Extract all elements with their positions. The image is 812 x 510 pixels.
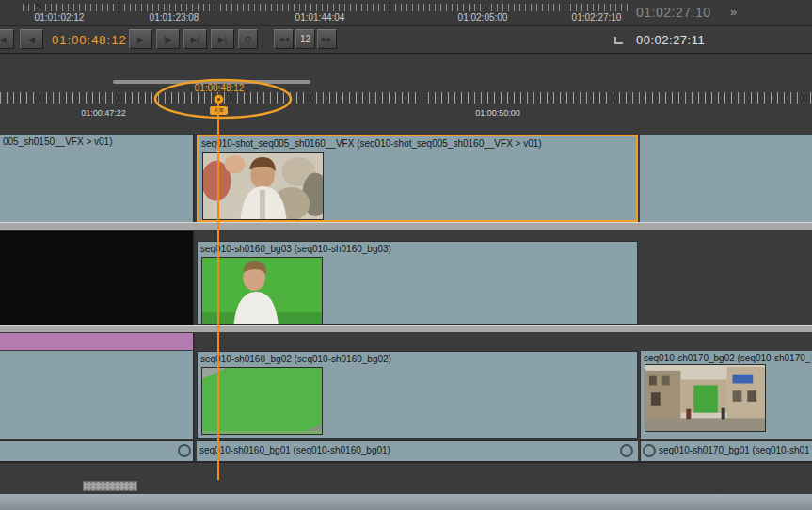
clip-v4-right[interactable]: seq010-sh0170_bg01 (seq010-sh0170_bg01) — [640, 440, 812, 461]
clip-v1-right[interactable] — [640, 135, 812, 222]
next-edit-button[interactable]: ▶| — [183, 29, 207, 49]
clip-label: seq010-shot_seq005_sh0160__VFX (seq010-s… — [201, 138, 635, 149]
chevron-right-icon[interactable]: » — [730, 5, 737, 19]
clip-label: seq010-sh0160_bg03 (seq010-sh0160_bg03) — [200, 244, 636, 254]
clip-v2[interactable]: seq010-sh0160_bg03 (seq010-sh0160_bg03) — [197, 241, 638, 325]
frame-count-field[interactable]: 12 — [295, 29, 315, 49]
clip-thumbnail-boy-crowd — [202, 152, 324, 220]
step-back-button[interactable]: ◀ — [20, 29, 43, 49]
motion-adapter-icon — [620, 444, 633, 457]
duration-timecode: 00:02:27:11 — [636, 33, 705, 47]
position-timecode[interactable]: 01:00:48:12 — [52, 33, 127, 47]
fast-forward-button[interactable]: ▶▶ — [317, 29, 337, 49]
sequence-ruler-ticks — [23, 4, 632, 11]
track-separator[interactable] — [0, 222, 812, 231]
clip-v3-right[interactable]: seq010-sh0170_bg02 (seq010-sh0170_bg02) — [640, 351, 812, 439]
timeline-bottom-divider — [0, 461, 812, 463]
sequence-ruler: ▪ ▪ 01:01:02:12 01:01:23:08 01:01:44:04 … — [0, 0, 812, 26]
timeline-ruler-ticks[interactable] — [0, 92, 812, 104]
edit-point-icon[interactable] — [614, 37, 623, 44]
clip-v1-selected[interactable]: seq010-shot_seq005_sh0160__VFX (seq010-s… — [197, 135, 638, 222]
ruler-label-right: 01:00:50:00 — [460, 108, 535, 118]
track-separator[interactable] — [0, 325, 812, 333]
sequence-end-timecode: 01:02:27:10 — [636, 5, 710, 20]
clip-v1-left[interactable]: 005_sh0150__VFX > v01) — [0, 135, 195, 222]
clip-v4[interactable]: seq010-sh0160_bg01 (seq010-sh0160_bg01) — [197, 440, 638, 461]
clip-label: seq010-sh0160_bg01 (seq010-sh0160_bg01) — [199, 445, 637, 455]
rewind-button[interactable]: ◀◀ — [274, 29, 294, 49]
clip-v3[interactable]: seq010-sh0160_bg02 (seq010-sh0160_bg02) — [197, 351, 638, 439]
motion-adapter-icon — [643, 444, 656, 457]
clip-label: seq010-sh0170_bg01 (seq010-sh0170_bg01) — [659, 445, 811, 455]
status-bar: Channel Count: 379 Localization Mode: Of… — [0, 494, 812, 510]
clip-thumbnail-greenscreen — [201, 367, 323, 435]
ruler-label-left: 01:00:47:22 — [66, 108, 141, 118]
clip-v4-left[interactable] — [0, 440, 195, 461]
playhead-line[interactable] — [217, 102, 219, 480]
motion-adapter-icon — [178, 444, 191, 457]
play-button[interactable]: ▶ — [129, 29, 152, 49]
ruler-tick-label: 01:01:23:08 — [136, 12, 212, 23]
clip-label: seq010-sh0160_bg02 (seq010-sh0160_bg02) — [200, 354, 636, 364]
clip-v2-filler-black[interactable] — [0, 231, 195, 325]
go-to-start-button[interactable]: ◀ — [0, 29, 14, 49]
clip-v3-purple[interactable] — [0, 333, 195, 350]
playhead-timecode-label: 01:00:48:12 — [178, 83, 261, 93]
transport-bar: ◀ ◀ 01:00:48:12 ▶ |▶ ▶| ▶| O ◀◀ 12 ▶▶ 00… — [0, 26, 812, 54]
ruler-tick-label: 01:01:02:12 — [22, 12, 97, 23]
ruler-tick-label: 01:02:27:10 — [559, 12, 634, 23]
clip-thumbnail-street — [645, 364, 766, 432]
ruler-tick-label: 01:01:44:04 — [282, 12, 358, 23]
clip-label: 005_sh0150__VFX > v01) — [3, 136, 192, 147]
clip-label: seq010-sh0170_bg02 (seq010-sh0170_bg02) — [644, 353, 811, 363]
ruler-tick-label: 01:02:05:00 — [445, 12, 520, 23]
mark-out-button[interactable]: O — [238, 29, 258, 49]
clip-thumbnail-boy-greenscreen — [201, 257, 323, 325]
nle-timeline-window: ▪ ▪ 01:01:02:12 01:01:23:08 01:01:44:04 … — [0, 0, 812, 510]
clip-v3-left[interactable] — [0, 351, 195, 439]
play-to-out-button[interactable]: |▶ — [156, 29, 180, 49]
go-to-end-button[interactable]: ▶| — [211, 29, 234, 49]
h-scrollbar-handle[interactable] — [83, 481, 137, 491]
